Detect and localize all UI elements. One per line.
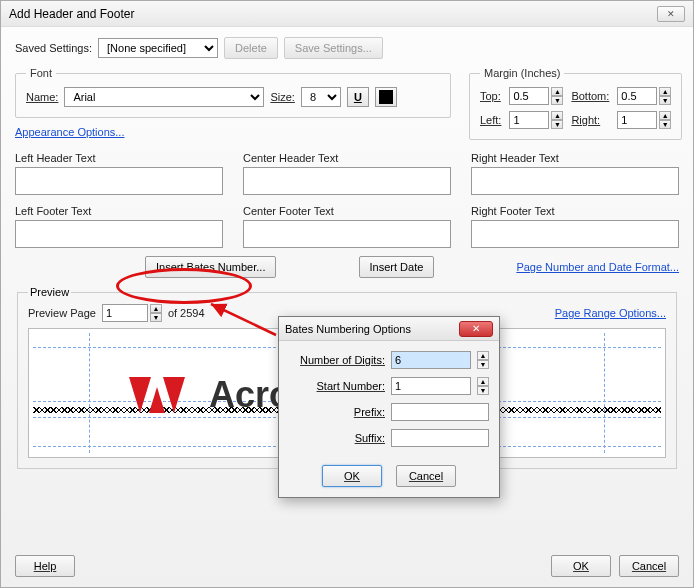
insert-row: Insert Bates Number... Insert Date Page … — [15, 256, 679, 278]
right-header-input[interactable] — [471, 167, 679, 195]
svg-marker-2 — [149, 387, 165, 413]
margin-legend: Margin (Inches) — [480, 67, 564, 79]
spin-up-icon[interactable]: ▲ — [659, 111, 671, 120]
left-header-input[interactable] — [15, 167, 223, 195]
center-header-label: Center Header Text — [243, 152, 451, 164]
help-button[interactable]: Help — [15, 555, 75, 577]
modal-ok-button[interactable]: OK — [322, 465, 382, 487]
digits-input[interactable] — [391, 351, 471, 369]
saved-settings-select[interactable]: [None specified] — [98, 38, 218, 58]
right-footer-input[interactable] — [471, 220, 679, 248]
preview-page-total: of 2594 — [168, 307, 205, 319]
spin-up-icon[interactable]: ▲ — [477, 351, 489, 360]
start-input[interactable] — [391, 377, 471, 395]
spin-up-icon[interactable]: ▲ — [477, 377, 489, 386]
dialog-content: Saved Settings: [None specified] Delete … — [1, 27, 693, 587]
preview-page-input[interactable] — [102, 304, 148, 322]
spin-up-icon[interactable]: ▲ — [551, 111, 563, 120]
margin-right-label: Right: — [571, 114, 609, 126]
ok-button[interactable]: OK — [551, 555, 611, 577]
spin-down-icon[interactable]: ▼ — [150, 313, 162, 322]
right-header-label: Right Header Text — [471, 152, 679, 164]
adobe-logo-icon — [129, 377, 185, 413]
modal-titlebar: Bates Numbering Options ✕ — [279, 317, 499, 341]
page-number-date-format-link[interactable]: Page Number and Date Format... — [516, 261, 679, 273]
margin-group: Margin (Inches) Top: ▲▼ Bottom: ▲▼ Left:… — [469, 67, 682, 140]
insert-bates-button[interactable]: Insert Bates Number... — [145, 256, 276, 278]
preview-legend: Preview — [28, 286, 71, 298]
spin-down-icon[interactable]: ▼ — [551, 96, 563, 105]
right-footer-label: Right Footer Text — [471, 205, 679, 217]
spin-down-icon[interactable]: ▼ — [659, 120, 671, 129]
digits-label: Number of Digits: — [289, 354, 385, 366]
color-swatch-icon — [379, 90, 393, 104]
saved-settings-row: Saved Settings: [None specified] Delete … — [15, 37, 679, 59]
page-range-options-link[interactable]: Page Range Options... — [555, 307, 666, 319]
suffix-label: Suffix: — [289, 432, 385, 444]
saved-settings-label: Saved Settings: — [15, 42, 92, 54]
center-footer-label: Center Footer Text — [243, 205, 451, 217]
spin-down-icon[interactable]: ▼ — [477, 386, 489, 395]
header-footer-grid: Left Header Text Center Header Text Righ… — [15, 152, 679, 248]
spin-down-icon[interactable]: ▼ — [477, 360, 489, 369]
cancel-button[interactable]: Cancel — [619, 555, 679, 577]
dialog-button-row: Help OK Cancel — [15, 555, 679, 577]
suffix-input[interactable] — [391, 429, 489, 447]
delete-button[interactable]: Delete — [224, 37, 278, 59]
left-footer-input[interactable] — [15, 220, 223, 248]
appearance-options-link[interactable]: Appearance Options... — [15, 126, 124, 138]
margin-bottom-label: Bottom: — [571, 90, 609, 102]
left-footer-label: Left Footer Text — [15, 205, 223, 217]
spin-up-icon[interactable]: ▲ — [150, 304, 162, 313]
dialog-add-header-footer: Add Header and Footer ✕ Saved Settings: … — [0, 0, 694, 588]
modal-close-icon[interactable]: ✕ — [459, 321, 493, 337]
margin-left-label: Left: — [480, 114, 501, 126]
margin-bottom-input[interactable] — [617, 87, 657, 105]
save-settings-button[interactable]: Save Settings... — [284, 37, 383, 59]
preview-page-label: Preview Page — [28, 307, 96, 319]
bates-numbering-dialog: Bates Numbering Options ✕ Number of Digi… — [278, 316, 500, 498]
font-name-label: Name: — [26, 91, 58, 103]
font-name-select[interactable]: Arial — [64, 87, 264, 107]
prefix-label: Prefix: — [289, 406, 385, 418]
insert-date-button[interactable]: Insert Date — [359, 256, 435, 278]
font-group: Font Name: Arial Size: 8 U — [15, 67, 451, 118]
svg-marker-1 — [163, 377, 185, 413]
window-title: Add Header and Footer — [9, 7, 657, 21]
titlebar: Add Header and Footer ✕ — [1, 1, 693, 27]
center-footer-input[interactable] — [243, 220, 451, 248]
prefix-input[interactable] — [391, 403, 489, 421]
modal-cancel-button[interactable]: Cancel — [396, 465, 456, 487]
start-label: Start Number: — [289, 380, 385, 392]
font-color-button[interactable] — [375, 87, 397, 107]
left-header-label: Left Header Text — [15, 152, 223, 164]
spin-up-icon[interactable]: ▲ — [551, 87, 563, 96]
spin-down-icon[interactable]: ▼ — [659, 96, 671, 105]
spin-down-icon[interactable]: ▼ — [551, 120, 563, 129]
margin-left-input[interactable] — [509, 111, 549, 129]
modal-title: Bates Numbering Options — [285, 323, 459, 335]
spin-up-icon[interactable]: ▲ — [659, 87, 671, 96]
margin-top-input[interactable] — [509, 87, 549, 105]
font-size-label: Size: — [270, 91, 294, 103]
close-icon[interactable]: ✕ — [657, 6, 685, 22]
underline-button[interactable]: U — [347, 87, 369, 107]
svg-marker-0 — [129, 377, 151, 413]
center-header-input[interactable] — [243, 167, 451, 195]
font-legend: Font — [26, 67, 56, 79]
margin-right-input[interactable] — [617, 111, 657, 129]
font-size-select[interactable]: 8 — [301, 87, 341, 107]
margin-top-label: Top: — [480, 90, 501, 102]
